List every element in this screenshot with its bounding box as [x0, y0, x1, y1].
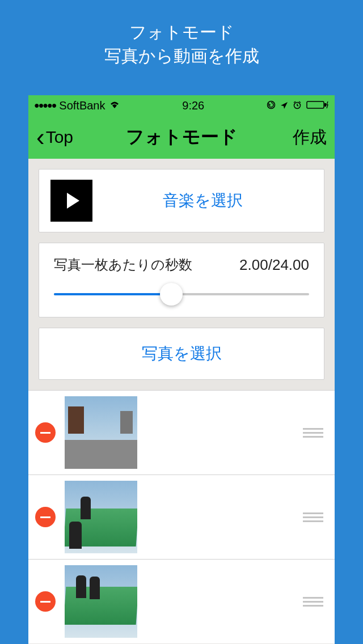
drag-handle-icon[interactable]	[303, 510, 323, 524]
status-left: ●●●●● SoftBank	[34, 99, 120, 112]
drag-handle-icon[interactable]	[303, 426, 323, 440]
minus-icon	[40, 601, 50, 603]
play-icon	[67, 193, 79, 209]
orientation-lock-icon	[267, 99, 276, 112]
carrier-label: SoftBank	[59, 99, 105, 112]
photo-row	[28, 560, 335, 643]
nav-bar: ‹ Top フォトモード 作成	[28, 116, 335, 159]
select-photos-button[interactable]: 写真を選択	[39, 328, 324, 380]
clock: 9:26	[182, 99, 204, 112]
seconds-card: 写真一枚あたりの秒数 2.00/24.00	[39, 243, 324, 317]
photo-row	[28, 475, 335, 560]
play-button[interactable]	[50, 180, 92, 222]
minus-icon	[40, 432, 50, 434]
phone-frame: ●●●●● SoftBank 9:26 ‹ Top フ	[28, 95, 335, 644]
photo-row	[28, 391, 335, 475]
slider-fill	[54, 293, 171, 295]
slider-thumb[interactable]	[160, 283, 183, 306]
back-button[interactable]: ‹ Top	[36, 125, 73, 150]
photo-list	[28, 390, 335, 643]
delete-button[interactable]	[35, 422, 56, 443]
seconds-label: 写真一枚あたりの秒数	[54, 256, 192, 274]
music-card: 音楽を選択	[39, 169, 324, 232]
delete-button[interactable]	[35, 591, 56, 612]
photo-thumbnail[interactable]	[65, 481, 137, 553]
photo-thumbnail[interactable]	[65, 565, 137, 638]
promo-line-1: フォトモード	[0, 20, 363, 44]
drag-handle-icon[interactable]	[303, 595, 323, 609]
signal-dots-icon: ●●●●●	[34, 100, 56, 111]
promo-line-2: 写真から動画を作成	[0, 44, 363, 68]
back-label: Top	[46, 128, 73, 147]
seconds-value: 2.00/24.00	[239, 256, 309, 274]
page-title: フォトモード	[28, 125, 335, 150]
location-icon	[280, 99, 288, 112]
status-bar: ●●●●● SoftBank 9:26	[28, 95, 335, 116]
seconds-row: 写真一枚あたりの秒数 2.00/24.00	[54, 256, 309, 274]
wifi-icon	[109, 99, 120, 112]
battery-icon	[306, 99, 329, 112]
seconds-slider[interactable]	[54, 293, 309, 296]
select-music-button[interactable]: 音楽を選択	[92, 190, 313, 211]
delete-button[interactable]	[35, 507, 56, 527]
minus-icon	[40, 516, 50, 518]
create-button[interactable]: 作成	[293, 126, 327, 149]
promo-heading: フォトモード 写真から動画を作成	[0, 0, 363, 68]
status-right	[267, 99, 329, 112]
alarm-icon	[293, 99, 302, 112]
svg-rect-2	[307, 101, 324, 108]
photo-thumbnail[interactable]	[65, 396, 137, 469]
chevron-left-icon: ‹	[36, 125, 45, 150]
content-area: 音楽を選択 写真一枚あたりの秒数 2.00/24.00 写真を選択	[28, 159, 335, 644]
svg-rect-3	[324, 103, 326, 107]
